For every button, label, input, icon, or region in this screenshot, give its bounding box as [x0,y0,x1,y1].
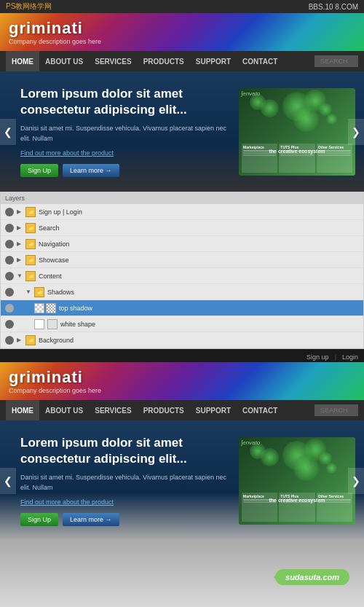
nav-contact-2[interactable]: CONTACT [237,400,283,420]
nav-products-1[interactable]: PRODUCTS [138,51,190,71]
login-link[interactable]: Login [342,353,358,361]
section2: Sign up | Login griminati Company descri… [0,352,364,607]
folder-icon: 📁 [25,335,36,345]
folder-icon: 📁 [25,223,36,233]
layer-row[interactable]: ▶ 📁 Sign up | Login [1,204,363,220]
layer-panel-title: Layers [5,195,25,202]
layer-thumb [46,303,56,313]
envato-logo-2: ∫envato [241,439,260,446]
nav-services-2[interactable]: SERVICES [89,400,137,420]
learn-button-2[interactable]: Learn more → [63,513,119,526]
nav-about-2[interactable]: ABOUT US [39,400,89,420]
hero-body-2: Danisi sit amet mi. Suspendisse vehicula… [20,473,227,493]
expand-icon: ▶ [17,224,24,232]
expand-icon: ▼ [17,273,24,280]
layer-thumb [34,319,44,329]
logo-tagline-1: Company description goes here [9,38,355,45]
hero-link-2[interactable]: Find out more about the product [20,498,227,506]
layer-name: top shadow [59,305,359,312]
layer-row[interactable]: ▼ 📁 Content [1,268,363,284]
next-arrow-1[interactable]: ❯ [348,119,364,145]
eye-icon [5,272,14,281]
nav-home-1[interactable]: HOME [6,51,39,71]
nav-contact-1[interactable]: CONTACT [237,51,283,71]
hero-text-1: Lorem ipsum dolor sit amet consectetur a… [9,86,239,177]
logo-name-2: griminati [9,368,355,387]
hero-title-1: Lorem ipsum dolor sit amet consectetur a… [20,86,227,118]
logo-name-1: griminati [9,19,355,38]
layer-row[interactable]: ▶ 📁 Navigation [1,236,363,252]
prev-arrow-1[interactable]: ❮ [0,119,16,145]
hero-buttons-2: Sign Up Learn more → [20,513,227,526]
nav-bar-1: HOME ABOUT US SERVICES PRODUCTS SUPPORT … [0,51,364,71]
layer-name: Shadows [47,289,359,296]
eye-icon [5,336,14,345]
layer-row[interactable]: white shape [1,316,363,332]
hero-1: ❮ Lorem ipsum dolor sit amet consectetur… [0,71,364,192]
signup-link[interactable]: Sign up [306,353,329,361]
expand-icon: ▶ [17,208,24,216]
envato-logo: ∫envato [241,90,260,97]
learn-button-1[interactable]: Learn more → [63,164,119,177]
eye-icon [5,240,14,248]
sudasuta-badge: sudasuta.com [275,569,349,585]
layer-name: Sign up | Login [39,208,359,216]
layer-name: Showcase [39,256,359,264]
expand-icon: ▼ [25,289,33,296]
hero-buttons-1: Sign Up Learn more → [20,164,227,177]
expand-icon: ▶ [17,240,24,248]
hero-image-2: ∫envato the creative ecosystem Marketpla… [239,437,355,525]
eye-icon [5,288,14,297]
layer-row-selected[interactable]: top shadow [1,300,363,316]
layer-row[interactable]: ▼ 📁 Shadows [1,284,363,300]
nav-about-1[interactable]: ABOUT US [39,51,89,71]
logo-area-2: griminati Company description goes here [9,368,355,394]
logo-tagline-2: Company description goes here [9,387,355,394]
nav-support-2[interactable]: SUPPORT [190,400,237,420]
logo-area-1: griminati Company description goes here [9,19,355,45]
layer-panel-header: Layers [1,192,363,204]
layer-name: Background [39,337,359,344]
search-input-1[interactable] [314,55,358,67]
next-arrow-2[interactable]: ❯ [348,468,364,494]
bar-separator: | [335,353,336,361]
folder-icon: 📁 [25,255,36,265]
folder-icon: 📁 [25,271,36,281]
folder-icon: 📁 [25,207,36,217]
hero-image-1: ∫envato the creative ecosystem Marketpla… [239,88,355,176]
eye-icon [5,224,14,232]
hero-text-2: Lorem ipsum dolor sit amet consectetur a… [9,435,239,526]
layer-row[interactable]: ▶ 📁 Search [1,220,363,236]
layer-name: white shape [60,321,359,328]
folder-icon: 📁 [34,287,44,297]
signup-button-2[interactable]: Sign Up [20,513,58,526]
section1: griminati Company description goes here … [0,13,364,192]
header-top-1: griminati Company description goes here [0,13,364,51]
layer-panel: Layers ▶ 📁 Sign up | Login ▶ 📁 Search ▶ … [0,192,364,349]
eye-icon [5,304,14,313]
nav-services-1[interactable]: SERVICES [89,51,137,71]
hero-2: ❮ Lorem ipsum dolor sit amet consectetur… [0,420,364,541]
expand-icon: ▶ [17,337,24,344]
nav-support-1[interactable]: SUPPORT [190,51,237,71]
layer-name: Navigation [39,240,359,248]
nav-home-2[interactable]: HOME [6,400,39,420]
expand-icon: ▶ [17,256,24,264]
layer-row[interactable]: ▶ 📁 Background [1,332,363,348]
prev-arrow-2[interactable]: ❮ [0,468,16,494]
hero-link-1[interactable]: Find out more about the product [20,149,227,157]
checker-icon [34,303,44,313]
nav-bar-2: HOME ABOUT US SERVICES PRODUCTS SUPPORT … [0,400,364,420]
hero-title-2: Lorem ipsum dolor sit amet consectetur a… [20,435,227,467]
layer-row[interactable]: ▶ 📁 Showcase [1,252,363,268]
header-top-2: griminati Company description goes here [0,362,364,400]
layer-name: Content [39,273,359,280]
layer-thumb2 [47,319,58,329]
section2-bottom: sudasuta.com [0,541,364,607]
signup-button-1[interactable]: Sign Up [20,164,58,177]
bbs-watermark: BBS.10 8.COM [309,3,358,11]
eye-icon [5,256,14,265]
nav-products-2[interactable]: PRODUCTS [138,400,190,420]
search-input-2[interactable] [314,404,358,416]
folder-icon: 📁 [25,239,36,249]
